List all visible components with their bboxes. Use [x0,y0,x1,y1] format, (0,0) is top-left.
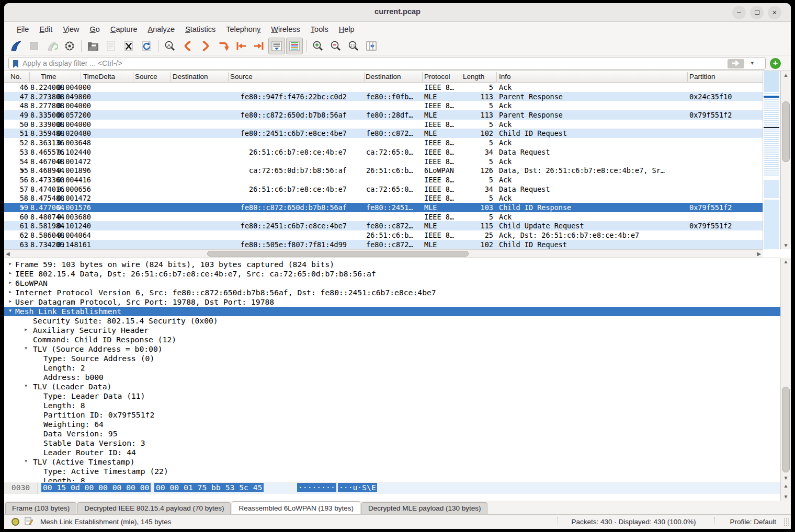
column-header-info[interactable]: Info [499,73,511,80]
menu-edit[interactable]: Edit [34,24,58,34]
detail-line[interactable]: Command: Child ID Response (12) [4,335,780,344]
close-icon[interactable]: × [768,6,781,19]
detail-line[interactable]: Length: 8 [4,401,780,410]
bookmark-icon[interactable] [12,60,19,71]
detail-line[interactable]: ▸IEEE 802.15.4 Data, Dst: 26:51:c6:b7:e8… [4,269,780,279]
packet-row[interactable]: 558.4689440.001896ca:72:65:0d:b7:b8:56:a… [4,166,763,175]
detail-line[interactable]: ▾TLV (Source Address = b0:00) [4,344,780,354]
detail-line[interactable]: Length: 2 [4,363,780,373]
go-forward-icon[interactable] [197,38,214,54]
profile-status[interactable]: Profile: Default [714,517,776,527]
column-separator[interactable] [461,72,461,82]
detail-line[interactable]: ▾TLV (Leader Data) [4,382,780,391]
detail-line[interactable]: ▾Mesh Link Establishment [4,307,780,316]
packet-row[interactable]: 598.4770640.001576fe80::c872:650d:b7b8:5… [4,203,763,212]
display-filter-input[interactable]: Apply a display filter ... <Ctrl-/> ▾ + [8,57,766,70]
column-header-length[interactable]: Length [463,73,484,80]
packet-row[interactable]: 638.7342090.148161fe80::505e:f807:7f81:4… [4,240,763,249]
go-back-icon[interactable] [179,38,196,54]
scroll-down-icon[interactable]: ▼ [781,242,791,248]
hex-bytes-selected[interactable]: 00 00 01 75 bb 53 5c 45 [154,483,264,492]
detail-line[interactable]: Security Suite: 802.15.4 Security (0x00) [4,316,780,326]
menu-statistics[interactable]: Statistics [180,24,221,34]
add-plus-icon[interactable]: + [770,58,781,69]
packet-row[interactable]: 568.4733600.004416IEEE 8…5Ack [4,175,763,184]
intelligent-scrollbar-minimap[interactable] [763,71,780,249]
hscroll-thumb[interactable] [207,251,469,257]
detail-line[interactable]: Length: 8 [4,476,780,482]
detail-line[interactable]: ▸Internet Protocol Version 6, Src: fe80:… [4,288,780,297]
collapsed-arrow-icon[interactable]: ▸ [8,269,12,276]
packet-row[interactable]: 518.3594880.020480fe80::2451:c6b7:e8ce:4… [4,129,763,138]
menu-file[interactable]: File [12,24,34,34]
zoom-out-icon[interactable] [327,38,344,54]
packet-row[interactable]: 468.2240080.004000IEEE 8…5Ack [4,83,763,92]
collapsed-arrow-icon[interactable]: ▸ [24,326,28,333]
detail-scroll-thumb[interactable] [782,387,790,472]
column-header-destination[interactable]: Destination [173,73,208,80]
resize-columns-icon[interactable] [363,38,380,54]
packet-row[interactable]: 478.2738080.049800fe80::947f:f476:22bc:c… [4,92,763,101]
collapsed-arrow-icon[interactable]: ▸ [8,260,12,267]
menu-help[interactable]: Help [334,24,360,34]
reload-file-icon[interactable] [138,38,155,54]
detail-line[interactable]: ▸Frame 59: 103 bytes on wire (824 bits),… [4,260,780,269]
packet-list-hscrollbar[interactable]: ◀ ▶ [4,249,763,258]
column-header-no[interactable]: No. [10,73,21,80]
detail-line[interactable]: ▸User Datagram Protocol, Src Port: 19788… [4,297,780,307]
zoom-original-icon[interactable]: 1:1 [345,38,362,54]
scroll-down-icon[interactable]: ▼ [781,494,791,500]
hex-ascii-selected[interactable]: ···u·S\E [338,483,377,492]
menu-capture[interactable]: Capture [105,24,143,34]
find-packet-icon[interactable]: A [162,38,178,54]
maximize-icon[interactable] [750,6,764,19]
hex-ascii-selected[interactable]: ········ [297,483,336,492]
detail-line[interactable]: Address: b000 [4,373,780,382]
scroll-up-icon[interactable]: ▲ [781,483,791,489]
collapsed-arrow-icon[interactable]: ▸ [8,297,12,305]
minimize-icon[interactable]: − [732,6,746,19]
capture-options-icon[interactable] [61,38,78,54]
hex-bytes-selected[interactable]: 00 15 0d 00 00 00 00 00 [41,483,151,492]
stop-capture-icon[interactable] [26,38,42,54]
detail-line[interactable]: Weighting: 64 [4,420,780,429]
packet-row[interactable]: 528.3631360.003648IEEE 8…5Ack [4,138,763,147]
column-header-time[interactable]: Time [41,73,56,80]
menu-tools[interactable]: Tools [305,24,334,34]
start-capture-icon[interactable] [8,38,25,54]
scroll-up-icon[interactable]: ▲ [781,259,791,264]
column-header-partition[interactable]: Partition [689,73,716,80]
capture-comment-icon[interactable] [25,517,33,527]
apply-arrow-icon[interactable] [728,59,744,68]
scroll-left-icon[interactable]: ◀ [6,251,10,257]
go-last-icon[interactable] [251,38,267,54]
zoom-in-icon[interactable] [310,38,326,54]
column-separator[interactable] [29,72,30,82]
column-header-timedelta[interactable]: TimeDelta [83,73,115,80]
byte-tab-1[interactable]: Decrypted IEEE 802.15.4 payload (70 byte… [77,502,231,514]
detail-line[interactable]: Type: Source Address (0) [4,354,780,363]
detail-line[interactable]: ▸6LoWPAN [4,279,780,288]
menu-view[interactable]: View [58,24,84,34]
menu-wireless[interactable]: Wireless [266,24,305,34]
packet-row[interactable]: 538.4655760.10244026:51:c6:b7:e8:ce:4b:e… [4,147,763,157]
detail-line[interactable]: Type: Leader Data (11) [4,391,780,401]
column-separator[interactable] [228,72,229,82]
packet-row[interactable]: 608.4807440.003680IEEE 8…5Ack [4,212,763,222]
detail-vscrollbar[interactable]: ▲ ▼ [780,258,791,482]
expanded-arrow-icon[interactable]: ▾ [24,382,28,389]
column-header-protocol[interactable]: Protocol [424,73,450,80]
scroll-right-icon[interactable]: ▶ [757,251,761,257]
expert-info-icon[interactable] [12,518,19,526]
restart-capture-icon[interactable] [43,38,60,54]
column-header-source[interactable]: Source [230,73,253,80]
column-separator[interactable] [687,72,688,82]
close-file-icon[interactable] [120,38,137,54]
detail-line[interactable]: Stable Data Version: 3 [4,438,780,448]
byte-tab-3[interactable]: Decrypted MLE payload (130 bytes) [361,502,487,514]
dropdown-caret-icon[interactable]: ▾ [751,60,754,66]
auto-scroll-icon[interactable] [268,38,285,54]
packet-row[interactable]: 548.4670480.001472IEEE 8…5Ack [4,157,763,166]
byte-tab-2[interactable]: Reassembled 6LoWPAN (193 bytes) [232,501,360,514]
packet-row[interactable]: 578.4740160.00065626:51:c6:b7:e8:ce:4b:e… [4,184,763,194]
